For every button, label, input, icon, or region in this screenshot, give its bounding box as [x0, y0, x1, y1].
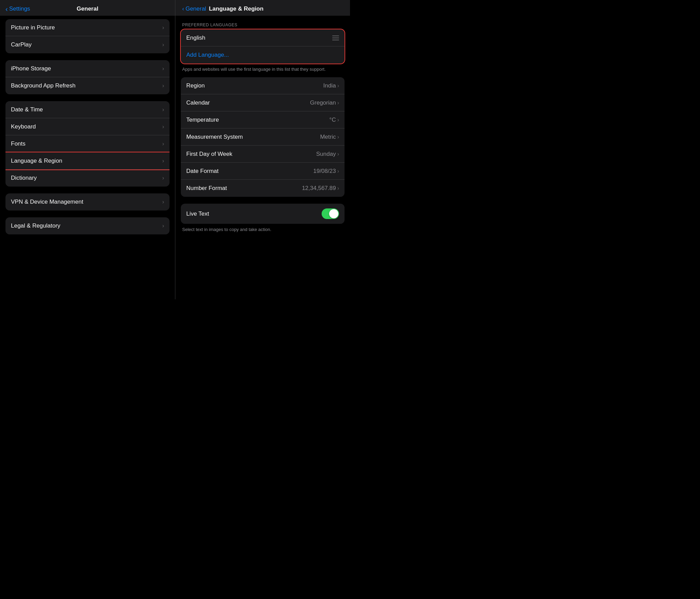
chevron-right-icon: ›: [337, 185, 339, 191]
row-date-time[interactable]: Date & Time ›: [5, 101, 170, 118]
settings-group-2: iPhone Storage › Background App Refresh …: [5, 60, 170, 94]
row-calendar[interactable]: Calendar Gregorian ›: [181, 94, 345, 111]
first-day-value: Sunday ›: [316, 151, 339, 158]
region-value: India ›: [323, 82, 339, 89]
row-first-day[interactable]: First Day of Week Sunday ›: [181, 146, 345, 163]
row-right: ›: [162, 158, 164, 164]
row-fonts[interactable]: Fonts ›: [5, 135, 170, 152]
row-label: Date & Time: [11, 106, 43, 113]
live-text-toggle[interactable]: [322, 208, 339, 219]
chevron-right-icon: ›: [337, 83, 339, 89]
row-label: Picture in Picture: [11, 24, 55, 31]
row-right: ›: [162, 223, 164, 229]
toggle-thumb: [329, 209, 338, 218]
chevron-right-icon: ›: [162, 199, 164, 205]
row-right: ›: [162, 42, 164, 48]
first-day-label: First Day of Week: [186, 151, 232, 158]
english-label: English: [186, 35, 205, 41]
chevron-right-icon: ›: [337, 134, 339, 140]
hamburger-line: [332, 36, 339, 36]
hamburger-line: [332, 40, 339, 40]
row-right: ›: [162, 141, 164, 147]
chevron-right-icon: ›: [337, 151, 339, 157]
first-day-value-text: Sunday: [316, 151, 336, 158]
chevron-right-icon: ›: [337, 168, 339, 174]
row-keyboard[interactable]: Keyboard ›: [5, 118, 170, 135]
preferred-languages-group: English Add Language...: [181, 29, 345, 64]
right-back-button[interactable]: ‹ General: [182, 5, 206, 12]
measurement-value: Metric ›: [320, 134, 339, 140]
row-right: ›: [162, 66, 164, 72]
row-legal[interactable]: Legal & Regulatory ›: [5, 217, 170, 234]
row-label: iPhone Storage: [11, 65, 51, 72]
row-label: CarPlay: [11, 41, 31, 48]
live-text-group: Live Text: [181, 204, 345, 224]
row-measurement[interactable]: Measurement System Metric ›: [181, 128, 345, 146]
settings-list: Picture in Picture › CarPlay › iPhone St…: [0, 16, 175, 299]
chevron-right-icon: ›: [162, 83, 164, 89]
temperature-value-text: °C: [329, 117, 336, 123]
number-format-value-text: 12,34,567.89: [302, 185, 336, 192]
calendar-label: Calendar: [186, 99, 210, 106]
row-iphone-storage[interactable]: iPhone Storage ›: [5, 60, 170, 77]
row-label: Legal & Regulatory: [11, 222, 60, 229]
chevron-right-icon: ›: [162, 107, 164, 113]
row-label: VPN & Device Management: [11, 199, 83, 205]
row-background-app-refresh[interactable]: Background App Refresh ›: [5, 77, 170, 94]
english-language-row[interactable]: English: [181, 29, 345, 46]
chevron-right-icon: ›: [162, 141, 164, 147]
measurement-value-text: Metric: [320, 134, 336, 140]
row-label: Language & Region: [11, 158, 62, 164]
chevron-right-icon: ›: [337, 117, 339, 123]
left-chevron-icon: ‹: [5, 5, 8, 13]
region-value-text: India: [323, 82, 336, 89]
right-content: PREFERRED LANGUAGES English Add Language…: [175, 16, 350, 299]
row-label: Dictionary: [11, 175, 37, 181]
right-chevron-icon: ‹: [182, 5, 184, 12]
row-right: ›: [162, 124, 164, 130]
row-picture-in-picture[interactable]: Picture in Picture ›: [5, 19, 170, 36]
right-back-label: General: [186, 5, 206, 12]
number-format-value: 12,34,567.89 ›: [302, 185, 339, 192]
temperature-label: Temperature: [186, 117, 219, 123]
row-label: Background App Refresh: [11, 82, 76, 89]
right-nav-title: Language & Region: [209, 5, 264, 12]
row-vpn[interactable]: VPN & Device Management ›: [5, 193, 170, 210]
measurement-label: Measurement System: [186, 134, 243, 140]
row-right: ›: [162, 199, 164, 205]
settings-group-3: Date & Time › Keyboard › Fonts › Languag…: [5, 101, 170, 187]
add-language-row[interactable]: Add Language...: [181, 46, 345, 64]
left-back-button[interactable]: ‹ Settings: [5, 5, 30, 13]
preferred-languages-helper: Apps and websites will use the first lan…: [182, 66, 343, 72]
settings-group-4: VPN & Device Management ›: [5, 193, 170, 210]
region-label: Region: [186, 82, 205, 89]
row-right: ›: [162, 175, 164, 181]
row-number-format[interactable]: Number Format 12,34,567.89 ›: [181, 180, 345, 197]
row-dictionary[interactable]: Dictionary ›: [5, 169, 170, 187]
row-carplay[interactable]: CarPlay ›: [5, 36, 170, 53]
row-date-format[interactable]: Date Format 19/08/23 ›: [181, 163, 345, 180]
row-label: Fonts: [11, 140, 26, 147]
row-right: ›: [162, 25, 164, 31]
chevron-right-icon: ›: [162, 124, 164, 130]
chevron-right-icon: ›: [162, 158, 164, 164]
live-text-row[interactable]: Live Text: [181, 204, 345, 224]
number-format-label: Number Format: [186, 185, 227, 192]
left-back-label: Settings: [9, 5, 30, 12]
live-text-label: Live Text: [186, 210, 209, 217]
row-temperature[interactable]: Temperature °C ›: [181, 111, 345, 128]
add-language-label: Add Language...: [186, 52, 229, 58]
chevron-right-icon: ›: [337, 100, 339, 106]
temperature-value: °C ›: [329, 117, 339, 123]
row-right: ›: [162, 107, 164, 113]
left-nav-bar: ‹ Settings General: [0, 0, 175, 16]
right-nav-bar: ‹ General Language & Region: [175, 0, 350, 16]
row-language-region[interactable]: Language & Region ›: [5, 152, 170, 169]
date-format-label: Date Format: [186, 168, 218, 175]
settings-group-5: Legal & Regulatory ›: [5, 217, 170, 234]
date-format-value-text: 19/08/23: [313, 168, 336, 175]
hamburger-line: [332, 38, 339, 38]
calendar-value: Gregorian ›: [310, 99, 339, 106]
row-region[interactable]: Region India ›: [181, 77, 345, 94]
right-panel: ‹ General Language & Region PREFERRED LA…: [175, 0, 350, 299]
